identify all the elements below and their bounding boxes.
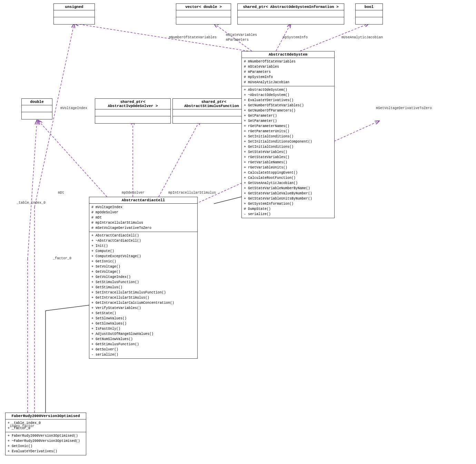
unsigned-box: unsigned: [53, 3, 95, 25]
shared-ptr-ivp-section2: [95, 116, 170, 123]
shared-ptr-ode-info-section2: [238, 17, 344, 24]
double-section2: [22, 112, 52, 119]
svg-line-0: [74, 23, 248, 51]
vector-double-section1: [176, 10, 231, 17]
shared-ptr-ode-info-box: shared_ptr< AbstractOdeSystemInformation…: [237, 3, 344, 25]
vector-double-box: vector< double >: [176, 3, 231, 25]
faber-rudy-title: FaberRudy2000Version3Optimised: [6, 413, 86, 419]
arrows-svg: AbstractOdeSystem (inheritance, solid li…: [0, 0, 476, 464]
label-mpSystemInfo: mpSystemInfo: [283, 36, 308, 39]
label-mNumberOfStateVariables: mNumberOfStateVariables: [169, 36, 217, 39]
diagram-container: AbstractOdeSystem (inheritance, solid li…: [0, 0, 476, 464]
abstract-ode-system-fields: # mNumberOfStateVariables # mStateVariab…: [242, 58, 334, 86]
label-mStateVariables-mParameters: mStateVariables mParameters: [226, 33, 257, 42]
faber-rudy-box: FaberRudy2000Version3Optimised + _table_…: [5, 413, 86, 455]
unsigned-section2: [54, 17, 95, 24]
abstract-cardiac-cell-fields: # mVoltageIndex # mpOdeSolver # mDt # mp…: [89, 204, 197, 232]
label-mSetVoltageDerivativeToZero: mSetVoltageDerivativeToZero: [376, 106, 432, 110]
bool-title: bool: [356, 4, 383, 10]
abstract-ode-system-box: AbstractOdeSystem # mNumberOfStateVariab…: [241, 51, 335, 218]
abstract-ode-system-title: AbstractOdeSystem: [242, 51, 334, 58]
double-section1: [22, 105, 52, 112]
label-factor-0: _factor_0: [53, 257, 71, 260]
bool-box: bool: [355, 3, 383, 25]
double-box: double: [21, 98, 52, 119]
label-index-factor: index factor: [10, 424, 34, 428]
unsigned-section1: [54, 10, 95, 17]
svg-line-15: [28, 120, 37, 259]
vector-double-title: vector< double >: [176, 4, 231, 10]
abstract-cardiac-cell-box: AbstractCardiacCell # mVoltageIndex # mp…: [89, 197, 198, 359]
shared-ptr-ivp-box: shared_ptr< AbstractIvpOdeSolver >: [95, 98, 171, 124]
label-mpIntracellularStimulus: mpIntracellularStimulus: [168, 191, 216, 195]
label-table-index-0: _table_index_0: [17, 201, 46, 205]
shared-ptr-ode-info-title: shared_ptr< AbstractOdeSystemInformation…: [238, 4, 344, 10]
label-mUseAnalyticJacobian: mUseAnalyticJacobian: [341, 36, 383, 39]
svg-line-6: [159, 120, 200, 197]
shared-ptr-ivp-section1: [95, 109, 170, 116]
abstract-cardiac-cell-methods: + AbstractCardiacCell() + ~AbstractCardi…: [89, 232, 197, 358]
double-title: double: [22, 99, 52, 105]
shared-ptr-ode-info-section1: [238, 10, 344, 17]
faber-rudy-methods: + FaberRudy2000Version3Optimised() + ~Fa…: [6, 432, 86, 455]
label-mVoltageIndex: mVoltageIndex: [60, 106, 87, 110]
vector-double-section2: [176, 17, 231, 24]
abstract-ode-system-methods: + AbstractOdeSystem() + ~AbstractOdeSyst…: [242, 86, 334, 218]
abstract-cardiac-cell-title: AbstractCardiacCell: [89, 197, 197, 204]
svg-line-4: [38, 120, 107, 197]
label-mDt: mDt: [58, 191, 64, 195]
bool-section1: [356, 10, 383, 17]
bool-section2: [356, 17, 383, 24]
shared-ptr-ivp-title: shared_ptr< AbstractIvpOdeSolver >: [95, 99, 170, 109]
unsigned-title: unsigned: [54, 4, 95, 10]
label-mpOdeSolver: mpOdeSolver: [122, 191, 145, 195]
